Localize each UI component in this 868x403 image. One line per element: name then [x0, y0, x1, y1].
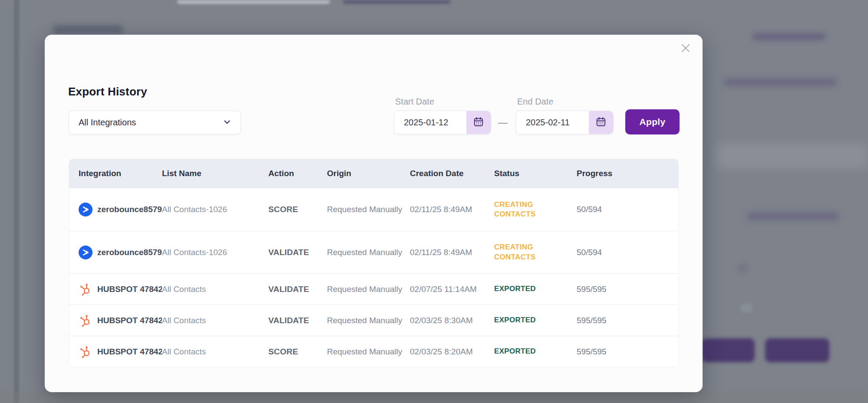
status-badge: EXPORTED [494, 347, 536, 356]
creation-date-cell: 02/11/25 8:49AM [410, 248, 494, 257]
table-header: IntegrationList NameActionOriginCreation… [69, 159, 678, 188]
blurred-logo [53, 25, 123, 34]
start-date-label: Start Date [395, 97, 434, 107]
column-header: Action [268, 169, 327, 178]
zerobounce-icon [79, 203, 92, 216]
blurred-button-primary [702, 338, 755, 362]
action-cell: VALIDATE [268, 248, 327, 257]
list-name-cell: All Contacts [162, 285, 268, 294]
column-header: Progress [577, 169, 678, 178]
list-name-cell: All Contacts-1026 [162, 248, 268, 257]
table-row: HUBSPOT 47842 All Contacts VALIDATE Requ… [69, 305, 678, 336]
status-badge: CREATING CONTACTS [494, 242, 546, 262]
end-date-value: 2025-02-11 [516, 118, 589, 128]
integration-name: HUBSPOT 47842 [97, 316, 162, 325]
calendar-icon [595, 116, 607, 129]
status-cell: CREATING CONTACTS [494, 200, 577, 219]
blurred-smudge [741, 304, 752, 312]
integration-name: zerobounce8579 [97, 205, 162, 214]
integration-cell: zerobounce8579 [79, 203, 162, 216]
start-date-calendar-button[interactable] [466, 111, 491, 134]
progress-cell: 50/594 [577, 248, 678, 257]
origin-cell: Requested Manually [327, 316, 410, 325]
column-header: Integration [79, 169, 162, 178]
chevron-down-icon [222, 117, 232, 128]
list-name-cell: All Contacts [162, 347, 268, 357]
list-name-cell: All Contacts [162, 316, 268, 325]
origin-cell: Requested Manually [327, 347, 410, 357]
integration-cell: HUBSPOT 47842 [79, 345, 162, 359]
blurred-sidebar-edge [14, 0, 19, 403]
action-cell: VALIDATE [268, 285, 327, 294]
blurred-panel-band [716, 143, 868, 169]
integration-cell: HUBSPOT 47842 [79, 314, 162, 328]
progress-cell: 595/595 [577, 285, 678, 294]
creation-date-cell: 02/07/25 11:14AM [410, 285, 494, 294]
action-cell: SCORE [268, 205, 327, 214]
blurred-subheading [747, 213, 838, 220]
blurred-tab-dark [343, 0, 450, 4]
table-row: zerobounce8579 All Contacts-1026 VALIDAT… [69, 231, 678, 273]
table-row: HUBSPOT 47842 All Contacts VALIDATE Requ… [69, 273, 678, 305]
progress-cell: 50/594 [577, 205, 678, 214]
status-cell: EXPORTED [494, 284, 577, 294]
column-header: Status [494, 169, 577, 178]
status-cell: EXPORTED [494, 315, 577, 325]
creation-date-cell: 02/03/25 8:30AM [410, 316, 494, 325]
origin-cell: Requested Manually [327, 205, 410, 214]
integration-name: HUBSPOT 47842 [97, 347, 162, 357]
origin-cell: Requested Manually [327, 285, 410, 294]
export-table: IntegrationList NameActionOriginCreation… [69, 159, 679, 367]
integration-name: HUBSPOT 47842 [97, 285, 162, 294]
dropdown-selected-value: All Integrations [79, 118, 136, 128]
hubspot-icon [79, 282, 92, 296]
start-date-input[interactable]: 2025-01-12 [394, 111, 491, 134]
blurred-heading [724, 78, 836, 86]
status-badge: CREATING CONTACTS [494, 200, 546, 219]
creation-date-cell: 02/03/25 8:20AM [410, 347, 494, 357]
blurred-bottom-band [0, 392, 868, 403]
blurred-link [752, 33, 825, 40]
creation-date-cell: 02/11/25 8:49AM [410, 205, 494, 214]
start-date-value: 2025-01-12 [394, 118, 466, 128]
table-body: zerobounce8579 All Contacts-1026 SCORE R… [69, 188, 678, 367]
column-header: Origin [327, 169, 410, 178]
table-row: zerobounce8579 All Contacts-1026 SCORE R… [69, 188, 678, 231]
page-title: Export History [68, 85, 147, 98]
export-history-modal: Export History All Integrations Start Da… [45, 35, 703, 392]
integration-cell: HUBSPOT 47842 [79, 282, 162, 296]
status-cell: CREATING CONTACTS [494, 242, 577, 262]
close-icon [680, 43, 691, 55]
table-row: HUBSPOT 47842 All Contacts SCORE Request… [69, 336, 678, 367]
progress-cell: 595/595 [577, 347, 678, 357]
zerobounce-icon [79, 246, 92, 259]
apply-button[interactable]: Apply [625, 109, 680, 134]
hubspot-icon [79, 345, 92, 359]
integration-cell: zerobounce8579 [79, 246, 162, 259]
status-badge: EXPORTED [494, 315, 536, 325]
origin-cell: Requested Manually [327, 248, 410, 257]
end-date-label: End Date [517, 97, 553, 107]
status-badge: EXPORTED [494, 284, 536, 294]
progress-cell: 595/595 [577, 316, 678, 325]
column-header: Creation Date [410, 169, 494, 178]
blurred-tab-light [177, 0, 330, 4]
date-range-separator: — [496, 111, 509, 134]
action-cell: SCORE [268, 347, 327, 357]
calendar-icon [473, 116, 484, 129]
end-date-calendar-button[interactable] [589, 111, 613, 134]
close-button[interactable] [677, 40, 694, 57]
integration-name: zerobounce8579 [97, 248, 162, 257]
column-header: List Name [162, 169, 268, 178]
hubspot-icon [79, 314, 92, 328]
integration-dropdown[interactable]: All Integrations [69, 111, 241, 134]
action-cell: VALIDATE [268, 316, 327, 325]
blurred-pencil-icon [738, 264, 748, 273]
status-cell: EXPORTED [494, 347, 577, 356]
list-name-cell: All Contacts-1026 [162, 205, 268, 214]
end-date-input[interactable]: 2025-02-11 [516, 111, 614, 134]
blurred-button-secondary [765, 338, 829, 362]
